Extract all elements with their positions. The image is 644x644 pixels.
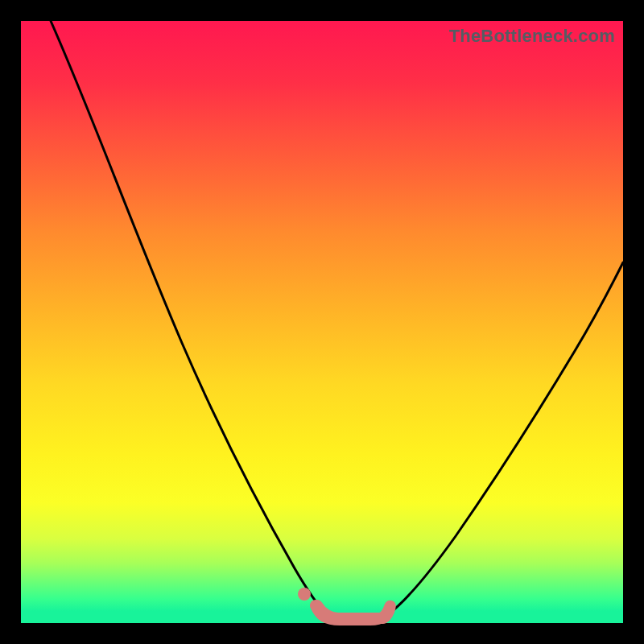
curve-left (51, 21, 328, 617)
plot-area: TheBottleneck.com (21, 21, 623, 623)
chart-frame: TheBottleneck.com (0, 0, 644, 644)
bottom-blob (316, 605, 390, 620)
curve-svg (21, 21, 623, 623)
left-dot (298, 588, 311, 601)
curve-right (385, 262, 623, 617)
